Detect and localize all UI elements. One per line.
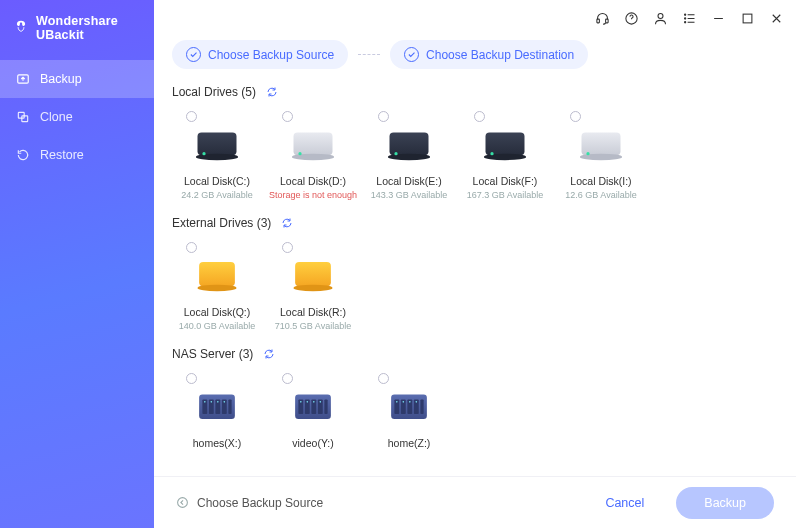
step-label: Choose Backup Source <box>208 48 334 62</box>
drive-icon <box>191 385 243 429</box>
svg-rect-17 <box>390 132 429 155</box>
refresh-icon[interactable] <box>281 217 293 229</box>
drive-label: Local Disk(E:) <box>376 175 441 187</box>
svg-rect-55 <box>420 399 423 414</box>
step-source[interactable]: Choose Backup Source <box>172 40 348 69</box>
drive-label: homes(X:) <box>193 437 241 449</box>
radio-icon[interactable] <box>186 111 197 122</box>
backup-icon <box>16 72 30 86</box>
svg-point-21 <box>484 153 526 160</box>
step-bar: Choose Backup Source Choose Backup Desti… <box>154 36 796 77</box>
drive-subtext: 143.3 GB Available <box>371 190 447 200</box>
drive-subtext: Storage is not enough <box>269 190 357 200</box>
drive-label: home(Z:) <box>388 437 431 449</box>
svg-point-19 <box>394 152 397 155</box>
svg-point-16 <box>298 152 301 155</box>
svg-point-39 <box>224 401 226 403</box>
drive-label: video(Y:) <box>292 437 333 449</box>
svg-point-36 <box>204 401 206 403</box>
section-title: Local Drives (5) <box>172 85 256 99</box>
close-icon[interactable] <box>769 11 784 26</box>
svg-rect-35 <box>228 399 231 414</box>
svg-point-56 <box>396 401 398 403</box>
drive-subtext: 24.2 GB Available <box>181 190 252 200</box>
sidebar: Wondershare UBackit Backup Clone Restore <box>0 0 154 528</box>
drive-card[interactable]: home(Z:) <box>364 367 454 459</box>
headset-icon[interactable] <box>595 11 610 26</box>
help-icon[interactable] <box>624 11 639 26</box>
step-label: Choose Backup Destination <box>426 48 574 62</box>
drive-card[interactable]: Local Disk(I:)12.6 GB Available <box>556 105 646 210</box>
radio-icon[interactable] <box>186 373 197 384</box>
refresh-icon[interactable] <box>266 86 278 98</box>
svg-point-15 <box>292 153 334 160</box>
svg-point-49 <box>320 401 322 403</box>
drive-icon <box>191 254 243 298</box>
drive-grid-nas: homes(X:)video(Y:)home(Z:) <box>172 367 778 459</box>
svg-rect-11 <box>198 132 237 155</box>
svg-rect-3 <box>597 19 600 23</box>
drive-card[interactable]: Local Disk(R:)710.5 GB Available <box>268 236 358 341</box>
drive-subtext: 710.5 GB Available <box>275 321 351 331</box>
section-header-external: External Drives (3) <box>172 216 778 230</box>
radio-icon[interactable] <box>282 373 293 384</box>
radio-icon[interactable] <box>378 373 389 384</box>
drive-grid-local: Local Disk(C:)24.2 GB AvailableLocal Dis… <box>172 105 778 210</box>
drive-card[interactable]: Local Disk(E:)143.3 GB Available <box>364 105 454 210</box>
refresh-icon[interactable] <box>263 348 275 360</box>
section-header-nas: NAS Server (3) <box>172 347 778 361</box>
backup-button[interactable]: Backup <box>676 487 774 519</box>
user-icon[interactable] <box>653 11 668 26</box>
radio-icon[interactable] <box>282 111 293 122</box>
sidebar-item-backup[interactable]: Backup <box>0 60 154 98</box>
drive-card[interactable]: video(Y:) <box>268 367 358 459</box>
radio-icon[interactable] <box>186 242 197 253</box>
minimize-icon[interactable] <box>711 11 726 26</box>
section-title: NAS Server (3) <box>172 347 253 361</box>
svg-point-47 <box>307 401 309 403</box>
svg-point-8 <box>685 17 686 18</box>
content-scroll[interactable]: Local Drives (5) Local Disk(C:)24.2 GB A… <box>154 77 796 528</box>
step-destination[interactable]: Choose Backup Destination <box>390 40 588 69</box>
sidebar-item-clone[interactable]: Clone <box>0 98 154 136</box>
drive-label: Local Disk(C:) <box>184 175 250 187</box>
check-icon <box>404 47 419 62</box>
step-separator <box>358 54 380 55</box>
drive-icon <box>287 123 339 167</box>
drive-icon <box>575 123 627 167</box>
drive-icon <box>191 123 243 167</box>
drive-subtext: 167.3 GB Available <box>467 190 543 200</box>
radio-icon[interactable] <box>570 111 581 122</box>
svg-rect-20 <box>486 132 525 155</box>
drive-icon <box>383 385 435 429</box>
svg-point-18 <box>388 153 430 160</box>
svg-point-57 <box>403 401 405 403</box>
sidebar-item-label: Restore <box>40 148 84 162</box>
svg-point-24 <box>580 153 622 160</box>
drive-card[interactable]: Local Disk(Q:)140.0 GB Available <box>172 236 262 341</box>
svg-point-46 <box>300 401 302 403</box>
svg-point-9 <box>685 21 686 22</box>
check-icon <box>186 47 201 62</box>
radio-icon[interactable] <box>474 111 485 122</box>
svg-point-38 <box>217 401 219 403</box>
svg-point-12 <box>196 153 238 160</box>
svg-point-37 <box>211 401 213 403</box>
sidebar-item-restore[interactable]: Restore <box>0 136 154 174</box>
menu-list-icon[interactable] <box>682 11 697 26</box>
cancel-button[interactable]: Cancel <box>591 488 658 518</box>
svg-point-25 <box>586 152 589 155</box>
svg-point-7 <box>685 14 686 15</box>
drive-card[interactable]: Local Disk(D:)Storage is not enough <box>268 105 358 210</box>
svg-rect-10 <box>743 14 752 23</box>
svg-point-29 <box>294 284 333 291</box>
drive-card[interactable]: Local Disk(F:)167.3 GB Available <box>460 105 550 210</box>
radio-icon[interactable] <box>378 111 389 122</box>
radio-icon[interactable] <box>282 242 293 253</box>
svg-point-13 <box>202 152 205 155</box>
svg-point-22 <box>490 152 493 155</box>
maximize-icon[interactable] <box>740 11 755 26</box>
svg-rect-4 <box>606 19 609 23</box>
drive-card[interactable]: homes(X:) <box>172 367 262 459</box>
drive-card[interactable]: Local Disk(C:)24.2 GB Available <box>172 105 262 210</box>
